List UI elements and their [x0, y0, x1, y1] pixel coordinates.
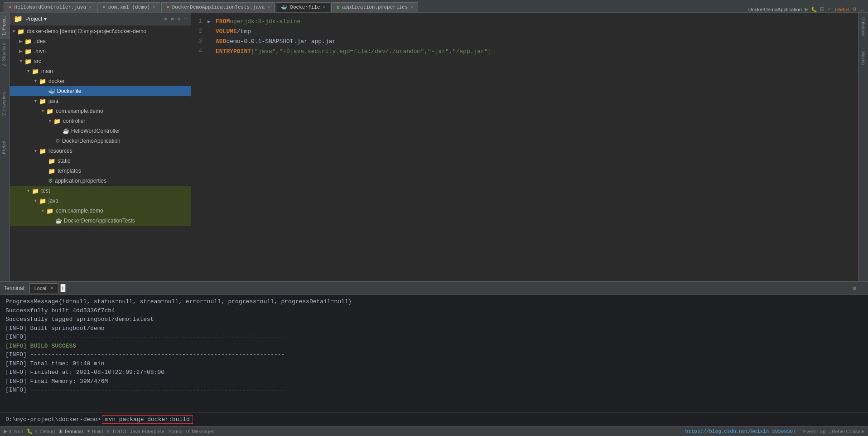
- close-icon-dockerfile[interactable]: ✕: [323, 5, 325, 10]
- terminal-tab-local[interactable]: Local ✕: [29, 283, 58, 293]
- vert-tab-favorites[interactable]: 2: Favorites: [0, 88, 10, 119]
- status-messages[interactable]: 0: Messages: [186, 429, 214, 434]
- status-url[interactable]: https://blog.csdn.net/weixin_39599307: [685, 429, 796, 434]
- kw-entrypoint: ENTRYPOINT: [216, 48, 251, 55]
- tree-static[interactable]: 📁 static: [10, 156, 191, 166]
- database-panel-label[interactable]: Database: [861, 15, 866, 39]
- status-debug[interactable]: 🐛 5: Debug: [27, 428, 55, 434]
- status-todo[interactable]: 6: TODO: [106, 429, 126, 434]
- status-spring[interactable]: Spring: [168, 429, 183, 434]
- tab-pom-xml[interactable]: ● pom.xml (demo) ✕: [97, 2, 160, 12]
- status-run[interactable]: ▶ 4: Run: [4, 428, 23, 434]
- vert-tab-jrebel[interactable]: JRebel: [0, 137, 10, 159]
- editor-wrapper: 1 ▶ FROM openjdk:8-jdk-alpine 2 VOLUME /…: [191, 13, 868, 281]
- panel-settings-icon[interactable]: ⚙: [178, 16, 181, 22]
- terminal-line-build-success: [INFO] BUILD SUCCESS: [5, 342, 863, 351]
- tree-com-example[interactable]: ▼ 📁 com.example.demo: [10, 106, 191, 116]
- tree-hwc-label: HelloWordController: [71, 128, 120, 134]
- close-icon-xml[interactable]: ✕: [153, 5, 155, 10]
- tree-src-label: src: [34, 58, 41, 64]
- tab-docker-tests-label: DockerDemoApplicationTests.java: [172, 5, 265, 10]
- tree-test-com[interactable]: ▼ 📁 com.example.demo: [10, 206, 191, 216]
- terminal-command-box[interactable]: mvn package docker:build: [102, 415, 193, 424]
- debug-icon[interactable]: 🐛: [811, 6, 817, 12]
- tree-test[interactable]: ▼ 📁 test: [10, 186, 191, 196]
- minimize-icon-top[interactable]: —: [859, 7, 864, 12]
- tree-docker[interactable]: ▼ 📁 docker: [10, 76, 191, 86]
- vert-tab-structure[interactable]: Z: Structure: [0, 39, 10, 70]
- panel-nav-icon[interactable]: ⇄: [171, 16, 174, 22]
- run-coverage-icon[interactable]: ☑: [820, 6, 825, 12]
- status-java-enterprise[interactable]: Java Enterprise: [130, 429, 164, 434]
- props-file-icon: ⚙: [336, 5, 339, 10]
- tab-pom-xml-label: pom.xml (demo): [108, 5, 150, 10]
- panel-hide-icon[interactable]: —: [184, 16, 187, 22]
- panel-scope-icon[interactable]: ⊕: [164, 16, 168, 22]
- close-icon-props[interactable]: ✕: [410, 5, 413, 10]
- folder-icon-tc: 📁: [46, 208, 54, 214]
- terminal-line-3: Successfully tagged springboot/demo:late…: [5, 315, 863, 324]
- code-line-4: 4 ENTRYPOINT ["java","-Djava.security.eg…: [191, 46, 858, 56]
- tree-controller[interactable]: ▼ 📁 controller: [10, 116, 191, 126]
- tree-resources[interactable]: ▼ 📁 resources: [10, 146, 191, 156]
- tree-test-java[interactable]: ▼ 📁 java: [10, 196, 191, 206]
- docker-file-icon: 🐳: [281, 5, 287, 10]
- terminal-minimize-icon[interactable]: —: [861, 285, 864, 291]
- right-strip: Database Maven: [858, 13, 868, 281]
- terminal-input-line: D:\myc-project\docker-demo> mvn package …: [0, 412, 868, 426]
- tree-dockerfile[interactable]: 🐳 Dockerfile: [10, 86, 191, 96]
- arrow-mvn: ▶: [19, 49, 24, 53]
- tree-java[interactable]: ▼ 📁 java: [10, 96, 191, 106]
- arrow-root: ▼: [12, 29, 17, 34]
- settings-icon-top[interactable]: ⚙: [852, 6, 857, 12]
- folder-icon-resources: 📁: [39, 148, 47, 155]
- status-terminal[interactable]: ⊞ Terminal: [58, 428, 83, 434]
- exec-icon-1[interactable]: ▶: [207, 19, 216, 24]
- status-jrebel-console[interactable]: JRebel Console: [829, 429, 864, 434]
- tree-da-label: DockerDemoApplication: [62, 138, 121, 144]
- tree-app-props[interactable]: ⚙ application.properties: [10, 176, 191, 186]
- tree-root[interactable]: ▼ 📁 docker-demo [demo] D:\myc-project\do…: [10, 26, 191, 36]
- jrebel-label: JRebel: [834, 7, 849, 12]
- messages-status-label: 0: Messages: [186, 429, 214, 434]
- folder-icon-com: 📁: [46, 108, 54, 115]
- tab-docker-tests[interactable]: ● DockerDemoApplicationTests.java ✕: [161, 2, 275, 12]
- terminal-settings-icon[interactable]: ⚙: [853, 285, 856, 292]
- editor-content[interactable]: 1 ▶ FROM openjdk:8-jdk-alpine 2 VOLUME /…: [191, 13, 858, 281]
- vert-tab-project[interactable]: 1: Project: [0, 13, 10, 39]
- tab-dockerfile[interactable]: 🐳 Dockerfile ✕: [276, 2, 330, 12]
- maven-panel-label[interactable]: Maven: [861, 48, 866, 68]
- terminal-line-7: [INFO] ---------------------------------…: [5, 350, 863, 359]
- tree-mvn[interactable]: ▶ 📁 .mvn: [10, 46, 191, 56]
- close-icon-tests[interactable]: ✕: [267, 5, 270, 10]
- terminal-command-text: mvn package docker:build: [105, 416, 190, 423]
- new-terminal-button[interactable]: +: [60, 284, 66, 292]
- kw-add: ADD: [216, 38, 226, 45]
- terminal-status-label: Terminal: [64, 429, 83, 434]
- close-icon[interactable]: ✕: [89, 5, 92, 10]
- tab-hello-word[interactable]: ● HelloWordController.java ✕: [4, 2, 96, 12]
- status-event-log[interactable]: Event Log: [803, 429, 826, 434]
- tree-resources-label: resources: [48, 148, 72, 154]
- tree-test-label: test: [41, 188, 50, 194]
- tree-controller-label: controller: [63, 118, 85, 124]
- terminal-tab-close[interactable]: ✕: [50, 286, 53, 291]
- xml-file-icon: ●: [102, 5, 106, 10]
- folder-icon-src: 📁: [24, 58, 33, 65]
- tree-hello-word-ctrl[interactable]: ☕ HelloWordController: [10, 126, 191, 136]
- tree-main[interactable]: ▼ 📁 main: [10, 66, 191, 76]
- tree-idea[interactable]: ▶ 📁 .idea: [10, 36, 191, 46]
- code-line-3: 3 ADD demo-0.0.1-SNAPSHOT.jar app.jar: [191, 36, 858, 46]
- terminal-line-1: ProgressMessage{id=null, status=null, st…: [5, 297, 863, 306]
- tree-app-tests[interactable]: ☕ DockerDemoApplicationTests: [10, 216, 191, 226]
- tree-src[interactable]: ▼ 📁 src: [10, 56, 191, 66]
- tree-docker-app[interactable]: ⚙ DockerDemoApplication: [10, 136, 191, 146]
- folder-icon-static: 📁: [48, 158, 56, 165]
- tree-templates[interactable]: 📁 templates: [10, 166, 191, 176]
- arrow-java: ▼: [34, 99, 39, 103]
- test-class-icon: ☕: [55, 218, 62, 224]
- folder-icon-docker: 📁: [39, 78, 47, 85]
- tab-app-props[interactable]: ⚙ application.properties ✕: [331, 2, 418, 12]
- run-icon[interactable]: ▶: [805, 6, 808, 12]
- status-build[interactable]: ✦ Build: [87, 428, 103, 434]
